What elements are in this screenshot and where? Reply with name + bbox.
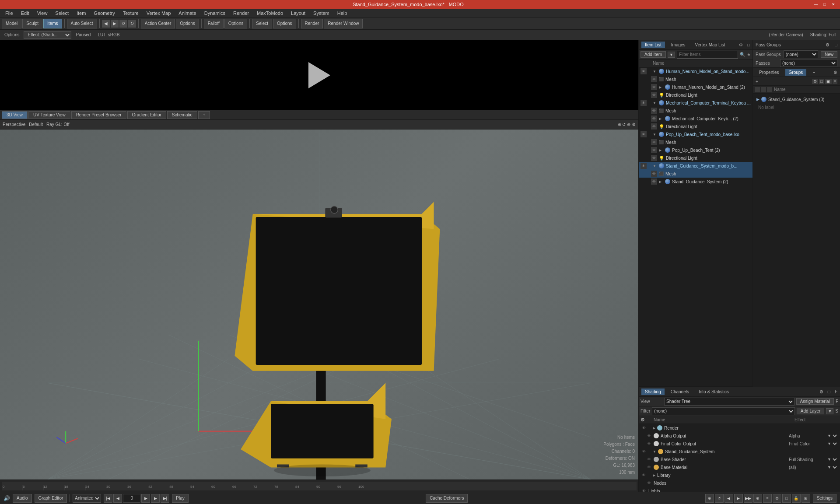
tab-vertex-map[interactable]: Vertex Map List	[692, 42, 729, 48]
shading-item[interactable]: 👁 Lights	[639, 487, 840, 492]
add-group-icon[interactable]: +	[756, 79, 758, 84]
pb-icon11[interactable]: ⊞	[802, 494, 810, 503]
passes-dropdown[interactable]: (none)	[780, 59, 837, 67]
sh-arrow[interactable]: ▶	[653, 473, 655, 477]
gh-vis1[interactable]	[755, 87, 760, 92]
menu-item[interactable]: Item	[73, 10, 89, 17]
shader-tree-dropdown[interactable]: Shader Tree	[664, 398, 794, 406]
eye-icon[interactable]: 👁	[651, 108, 657, 114]
tab-gradient[interactable]: Gradient Editor	[127, 111, 166, 119]
filter-star[interactable]: ★	[747, 52, 751, 57]
shading-item[interactable]: 👁 Final Color Output Final Color ▼	[639, 440, 840, 448]
collapse-arrow[interactable]: ▶	[659, 180, 663, 184]
list-item[interactable]: 👁 ▼ Mechanical_Computer_Terminal_Keyboa …	[639, 99, 752, 107]
pb-icon6[interactable]: ⊕	[753, 494, 762, 503]
menu-texture[interactable]: Texture	[119, 10, 142, 17]
il-icon1[interactable]: ⚙	[739, 42, 743, 47]
pb-icon1[interactable]: ⊕	[705, 494, 714, 503]
list-item[interactable]: 👁 ⬛ Mesh	[639, 107, 752, 115]
tab-uv-texture[interactable]: UV Texture View	[28, 111, 70, 119]
play-pause-btn[interactable]: ▶	[141, 494, 150, 503]
list-item[interactable]: 👁 ▶ Human_Neuron_Model_on_Stand (2)	[639, 83, 752, 91]
gh-icon3[interactable]: ▣	[825, 79, 832, 84]
action-center-btn[interactable]: Action Center	[141, 19, 175, 28]
menu-help[interactable]: Help	[334, 10, 351, 17]
eye-icon[interactable]: 👁	[651, 171, 657, 177]
pb-icon2[interactable]: ↺	[715, 494, 724, 503]
menu-render[interactable]: Render	[230, 10, 252, 17]
sh-eye-icon[interactable]: 👁	[640, 472, 647, 478]
sh-eye-icon[interactable]: 👁	[646, 433, 652, 439]
tab-channels[interactable]: Channels	[667, 388, 693, 395]
maximize-btn[interactable]: □	[822, 1, 828, 7]
gh-icon2[interactable]: □	[819, 79, 824, 84]
add-layer-arrow[interactable]: ▼	[826, 408, 833, 414]
sh-eye-icon[interactable]: 👁	[646, 480, 652, 486]
sh-icon1[interactable]: ⚙	[819, 389, 823, 394]
options-btn2[interactable]: Options	[224, 19, 247, 28]
shading-item[interactable]: 👁 ▶ Render	[639, 424, 840, 432]
eye-icon[interactable]: 👁	[640, 163, 647, 169]
options-btn3[interactable]: Options	[273, 19, 296, 28]
eye-icon[interactable]: 👁	[651, 123, 657, 130]
pg-icon3[interactable]: ⚙	[833, 70, 837, 75]
eye-icon[interactable]: 👁	[651, 76, 657, 82]
list-item[interactable]: 👁 ▶ Stand_Guidance_System (2)	[639, 178, 752, 186]
gh-vis2[interactable]	[761, 87, 766, 92]
pb-icon8[interactable]: ⚙	[773, 494, 781, 503]
tab-render-preset[interactable]: Render Preset Browser	[71, 111, 126, 119]
pass-groups-dropdown[interactable]: (none)	[784, 50, 818, 58]
viewport[interactable]: Perspective Default Ray GL: Off ⊕ ↺ ⊕ ⚙	[0, 120, 638, 480]
sh-effect-dropdown[interactable]: ▼	[826, 457, 838, 462]
falloff-btn[interactable]: Falloff	[204, 19, 224, 28]
menu-maxtomod[interactable]: MaxToModo	[253, 10, 287, 17]
eye-icon[interactable]: 👁	[640, 100, 647, 106]
sh-eye-icon[interactable]: 👁	[640, 448, 647, 455]
add-layer-btn[interactable]: Add Layer	[797, 408, 825, 414]
list-item[interactable]: 👁 💡 Directional Light	[639, 91, 752, 99]
shading-item[interactable]: 👁 Base Shader Full Shading ▼	[639, 455, 840, 463]
tab-groups[interactable]: Groups	[785, 69, 807, 76]
menu-layout[interactable]: Layout	[287, 10, 309, 17]
cache-deformers-btn[interactable]: Cache Deformers	[426, 494, 468, 503]
list-item[interactable]: 👁 ⬛ Mesh	[639, 138, 752, 146]
list-item[interactable]: 👁 ⬛ Mesh	[639, 170, 752, 178]
pb-icon4[interactable]: ▶	[734, 494, 743, 503]
shading-item[interactable]: 👁 ▼ Stand_Guidance_System	[639, 448, 840, 455]
eye-icon[interactable]: 👁	[651, 116, 657, 122]
tab-3d-view[interactable]: 3D View	[2, 111, 28, 119]
collapse-arrow[interactable]: ▶	[659, 85, 663, 89]
settings-btn[interactable]: Settings	[813, 494, 836, 503]
collapse-arrow[interactable]: ▶	[659, 117, 663, 121]
sh-eye-icon[interactable]: 👁	[646, 464, 652, 470]
render-btn[interactable]: Render	[301, 19, 323, 28]
minimize-btn[interactable]: —	[813, 1, 819, 7]
sh-eye-icon[interactable]: 👁	[640, 488, 647, 492]
menu-edit[interactable]: Edit	[18, 10, 33, 17]
tab-properties[interactable]: Properties	[756, 69, 783, 76]
pb-icon3[interactable]: ◀	[724, 494, 733, 503]
il-icon2[interactable]: □	[747, 42, 750, 47]
assign-material-btn[interactable]: Assign Material	[796, 398, 834, 405]
collapse-arrow[interactable]: ▶	[659, 148, 663, 152]
list-item[interactable]: 👁 ⬛ Mesh	[639, 75, 752, 83]
auto-select-btn[interactable]: Auto Select	[67, 19, 97, 28]
filter-input[interactable]	[677, 51, 738, 59]
skip-end-btn[interactable]: ▶|	[161, 494, 169, 503]
animated-dropdown[interactable]: Animated	[73, 494, 101, 503]
new-btn[interactable]: New	[821, 51, 837, 58]
sh-effect-dropdown[interactable]: ▼	[826, 433, 838, 438]
sh-eye-icon[interactable]: 👁	[640, 425, 647, 431]
list-item[interactable]: 👁 💡 Directional Light	[639, 122, 752, 130]
sh-arrow[interactable]: ▼	[653, 450, 656, 454]
pb-icon7[interactable]: ≡	[763, 494, 772, 503]
eye-icon[interactable]: 👁	[640, 131, 647, 137]
sh-eye-icon[interactable]: 👁	[646, 441, 652, 447]
audio-btn[interactable]: Audio	[13, 494, 32, 503]
tab-shading[interactable]: Shading	[641, 388, 665, 395]
list-item[interactable]: 👁 ▼ Human_Neuron_Model_on_Stand_modo...	[639, 67, 752, 75]
filter-dropdown[interactable]: (none)	[652, 407, 795, 415]
shading-item[interactable]: 👁 ▶ Library	[639, 471, 840, 479]
skip-start-btn[interactable]: |◀	[104, 494, 112, 503]
collapse-arrow[interactable]: ▼	[653, 164, 657, 168]
